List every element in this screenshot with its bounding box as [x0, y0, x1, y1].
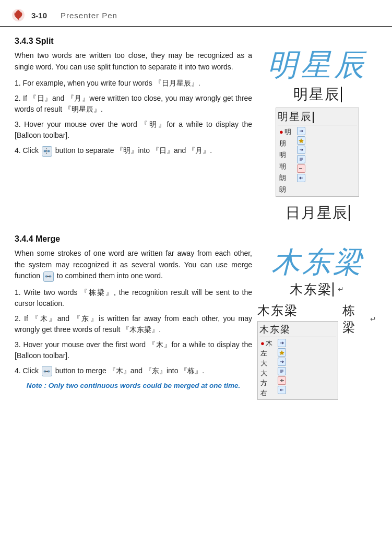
merge-balloon-item-3[interactable]: 大 — [259, 359, 274, 368]
split-steps-list: 1. For example, when you write four word… — [15, 78, 252, 156]
merge-section: 3.4.4 Merge When some strokes of one wor… — [15, 234, 377, 402]
balloon-item-1[interactable]: ● 明 — [278, 127, 293, 137]
step-text-before: Click — [23, 366, 39, 375]
merge-balloon-icons — [278, 339, 286, 398]
balloon-item-4[interactable]: 朝 — [278, 161, 293, 172]
split-icon-button[interactable] — [42, 146, 52, 157]
merge-action-icon-6[interactable] — [278, 386, 286, 394]
step-text: Write two words 『栋梁』, the recognition re… — [15, 288, 252, 307]
balloon-action-icon-1[interactable] — [297, 127, 305, 135]
cursor-bar-1 — [341, 87, 342, 103]
balloon-candidate-4: 朝 — [279, 162, 286, 171]
merge-section-title: 3.4.4 Merge — [15, 234, 377, 244]
merge-step-3: 3. Hover your mouse over the first word … — [15, 339, 252, 361]
page: 3-10 Presenter Pen 3.4.3 Split When two … — [0, 0, 392, 419]
merge-action-icon-1[interactable] — [278, 339, 286, 347]
split-result-1: 明星辰 — [293, 85, 342, 104]
merge-balloon-header: 木东梁 — [259, 323, 336, 337]
merge-icon — [43, 368, 50, 375]
step-text: If 『木』and 『东』is written far away from ea… — [15, 314, 252, 334]
balloon-circle-1: ● — [279, 128, 283, 136]
split-content: When two words are written too close, th… — [15, 50, 377, 225]
merge-result-text-1: 木东梁 — [290, 281, 332, 298]
merge-content: When some strokes of one word are writte… — [15, 248, 377, 402]
balloon-candidate-6: 朗 — [279, 185, 286, 194]
balloon-header-text: 明星辰 — [278, 110, 357, 125]
merge-candidate-4: 大 — [260, 369, 267, 378]
balloon-item-2[interactable]: 朋 — [278, 138, 293, 149]
split-result-text-1: 明星辰 — [293, 85, 340, 104]
merge-candidate-6: 右 — [260, 388, 267, 398]
merge-image-col: 木东梁 木东梁 ↵ 木东梁 — [257, 248, 377, 402]
svg-marker-4 — [299, 138, 304, 143]
step-num: 3. — [15, 340, 23, 349]
split-section: 3.4.3 Split When two words are written t… — [15, 37, 377, 225]
merge-balloon-toolbar: 木东梁 ● 木 左 大 — [257, 321, 338, 400]
split-section-title: 3.4.3 Split — [15, 37, 377, 46]
step-text: Hover your mouse over the first word 『木』… — [15, 340, 252, 360]
step-text: Hover your mouse over the word 『明』for a … — [15, 120, 252, 139]
split-icon — [43, 148, 50, 155]
merge-candidate-2: 左 — [260, 349, 267, 358]
balloon-icons-col — [297, 127, 305, 195]
balloon-word: 明星辰 — [278, 111, 312, 122]
balloon-candidate-1: 明 — [284, 127, 291, 137]
balloon-action-icon-3[interactable] — [297, 146, 305, 154]
balloon-candidate-3: 明 — [279, 150, 286, 160]
merge-balloon-item-5[interactable]: 方 — [259, 378, 274, 388]
step-text-before: Click — [23, 146, 39, 155]
merge-action-icon-5[interactable] — [278, 376, 286, 385]
merge-icon-button-intro[interactable] — [43, 271, 54, 282]
merge-step-4: 4. Click button to merge 『木』and 『东』into … — [15, 365, 252, 376]
merge-balloon-rows: ● 木 左 大 大 方 右 — [259, 339, 286, 398]
cursor-bar-2 — [313, 112, 314, 123]
svg-marker-13 — [279, 350, 284, 355]
split-step-1: 1. For example, when you write four word… — [15, 78, 252, 89]
merge-result-right: 栋梁 — [342, 302, 366, 336]
merge-steps-list: 1. Write two words 『栋梁』, the recognition… — [15, 287, 252, 376]
merge-balloon-item-6[interactable]: 右 — [259, 388, 274, 398]
merge-note: Note : Only two continuous words could b… — [15, 382, 252, 389]
merge-balloon-left: 木东梁 木东梁 ● — [257, 302, 338, 402]
split-balloon-toolbar: 明星辰 ● 明 朋 明 朝 — [276, 108, 359, 197]
balloon-candidate-2: 朋 — [279, 139, 286, 148]
cursor-bar-3 — [349, 205, 350, 221]
main-content: 3.4.3 Split When two words are written t… — [0, 37, 392, 402]
split-step-4: 4. Click button to separate 『明』into 『日』a… — [15, 145, 252, 156]
merge-result-text-2-right: 栋梁 ↵ — [342, 302, 377, 336]
merge-intro-after: to combined them into one word. — [57, 271, 163, 280]
merge-balloon-item-1[interactable]: ● 木 — [259, 339, 274, 348]
balloon-item-6[interactable]: 朗 — [278, 184, 293, 195]
split-step-3: 3. Hover your mouse over the word 『明』for… — [15, 119, 252, 141]
header: 3-10 Presenter Pen — [0, 5, 392, 27]
split-intro: When two words are written too close, th… — [15, 50, 252, 73]
balloon-candidates-col: ● 明 朋 明 朝 朗 朗 — [278, 127, 293, 195]
balloon-action-icon-2[interactable] — [297, 136, 305, 145]
split-image-col: 明星辰 明星辰 明星辰 ● — [257, 50, 377, 225]
balloon-action-icon-5[interactable] — [297, 164, 305, 173]
step-num: 4. — [15, 366, 23, 375]
merge-balloon-item-2[interactable]: 左 — [259, 349, 274, 358]
balloon-item-3[interactable]: 明 — [278, 150, 293, 160]
balloon-item-5[interactable]: 朗 — [278, 173, 293, 183]
page-number: 3-10 — [31, 11, 51, 20]
step-num: 2. — [15, 94, 23, 102]
step-num: 3. — [15, 120, 24, 128]
merge-balloon-right: 栋梁 ↵ — [342, 302, 377, 336]
merge-icon-button[interactable] — [42, 366, 52, 376]
split-steps-col: When two words are written too close, th… — [15, 50, 252, 161]
merge-balloon-word: 木东梁 — [259, 324, 291, 335]
step-text: For example, when you write four words 『… — [23, 79, 200, 87]
merge-action-icon-3[interactable] — [278, 358, 286, 366]
step-num: 2. — [15, 314, 24, 323]
merge-icon-intro — [45, 273, 52, 280]
cursor-bar-4 — [332, 282, 334, 297]
balloon-action-icon-6[interactable] — [297, 174, 305, 182]
merge-action-icon-4[interactable] — [278, 367, 286, 375]
balloon-action-icon-4[interactable] — [297, 155, 305, 163]
merge-action-icon-2[interactable] — [278, 348, 286, 357]
merge-candidate-5: 方 — [260, 378, 267, 388]
merge-balloon-item-4[interactable]: 大 — [259, 369, 274, 378]
balloon-candidate-5: 朗 — [279, 173, 286, 183]
step-text-after: button to separate 『明』into 『日』and 『月』. — [55, 146, 212, 155]
